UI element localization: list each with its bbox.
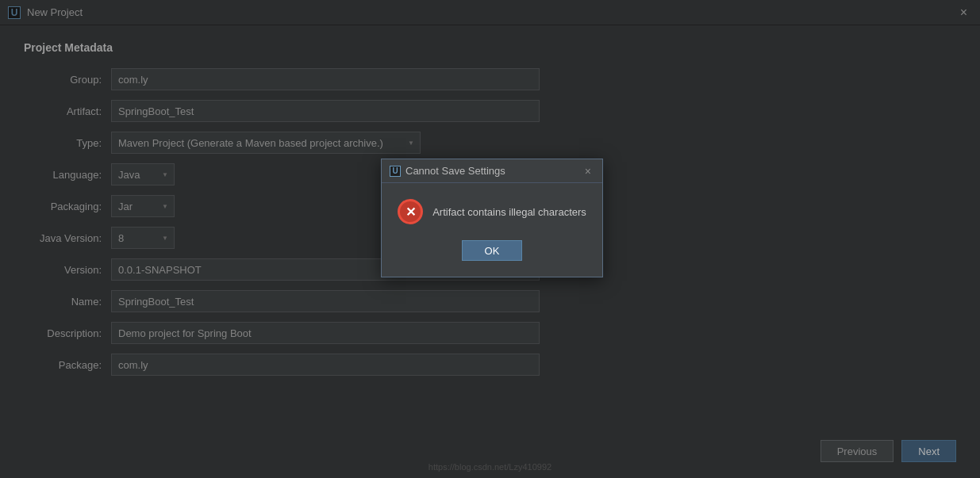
modal-close-button[interactable]: × bbox=[582, 163, 594, 179]
modal-title-bar: U Cannot Save Settings × bbox=[382, 159, 602, 183]
error-icon: ✕ bbox=[398, 199, 423, 224]
modal-body: ✕ Artifact contains illegal characters O… bbox=[382, 183, 602, 277]
modal-dialog: U Cannot Save Settings × ✕ Artifact cont… bbox=[381, 159, 603, 277]
modal-ok-button[interactable]: OK bbox=[462, 240, 523, 261]
modal-title: Cannot Save Settings bbox=[405, 165, 582, 177]
modal-message: Artifact contains illegal characters bbox=[432, 206, 586, 218]
modal-app-icon: U bbox=[390, 166, 401, 177]
modal-message-row: ✕ Artifact contains illegal characters bbox=[398, 199, 586, 224]
